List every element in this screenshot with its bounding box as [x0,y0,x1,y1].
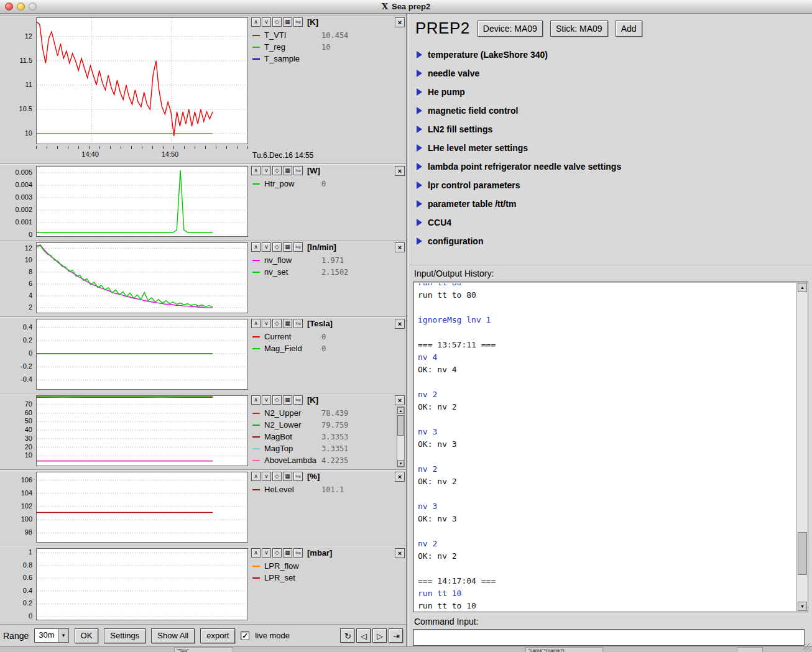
tree-item[interactable]: temperature (LakeShore 340) [417,45,812,64]
y-tick-label: 0.2 [23,336,32,344]
log-icon[interactable]: log [293,242,303,252]
log-icon[interactable]: log [293,166,303,175]
show-all-button[interactable]: Show All [151,628,195,643]
shift-down-icon[interactable]: ∨ [262,166,271,175]
plot-row-lpr: 10.80.60.40.20 ∧∨◇▦log [mbar] × LPR_flow… [0,546,406,624]
export-button[interactable]: export [200,628,235,643]
shift-up-icon[interactable]: ∧ [251,472,261,481]
zoom-icon[interactable]: ◇ [272,319,282,328]
plot-unit-label: [W] [307,166,320,175]
expand-triangle-icon[interactable] [417,144,422,152]
shift-up-icon[interactable]: ∧ [251,548,261,558]
scrollbar-thumb[interactable] [397,415,404,436]
scrollbar-thumb[interactable] [798,532,807,575]
grid-icon[interactable]: ▦ [283,548,292,558]
shift-down-icon[interactable]: ∨ [262,242,271,252]
plot-canvas[interactable] [36,472,248,543]
legend-scrollbar[interactable]: ▲▼ [397,406,405,467]
scroll-down-icon[interactable]: ▼ [798,602,807,611]
scroll-up-icon[interactable]: ▲ [798,283,807,292]
close-icon[interactable]: × [395,395,405,405]
zoom-icon[interactable]: ◇ [272,242,282,252]
log-icon[interactable]: log [293,395,303,405]
plot-canvas[interactable] [36,548,248,620]
plot-y-axis: 0.40.20-0.2-0.4 [0,319,35,388]
grid-icon[interactable]: ▦ [283,472,292,481]
prev-button[interactable]: ◁ [356,628,371,643]
tree-item[interactable]: LN2 fill settings [417,120,812,139]
close-icon[interactable]: × [395,17,405,27]
expand-triangle-icon[interactable] [417,70,422,77]
shift-up-icon[interactable]: ∧ [251,319,261,328]
expand-triangle-icon[interactable] [417,163,422,170]
log-icon[interactable]: log [293,17,303,27]
expand-triangle-icon[interactable] [417,181,422,189]
zoom-icon[interactable]: ◇ [272,17,282,27]
log-icon[interactable]: log [293,319,303,328]
tree-item[interactable]: He pump [417,83,812,101]
grid-icon[interactable]: ▦ [283,17,292,27]
log-icon[interactable]: log [293,472,303,481]
zoom-icon[interactable]: ◇ [272,395,282,405]
close-icon[interactable]: × [395,242,405,252]
shift-up-icon[interactable]: ∧ [251,166,261,175]
add-button[interactable]: Add [616,21,642,37]
plot-canvas[interactable] [36,166,248,237]
shift-down-icon[interactable]: ∨ [262,472,271,481]
chevron-down-icon[interactable]: ▾ [58,629,68,642]
zoom-icon[interactable]: ◇ [272,548,282,558]
range-select[interactable]: 30m ▾ [34,628,68,643]
grid-icon[interactable]: ▦ [283,242,292,252]
tree-item[interactable]: CCU4 [417,213,812,232]
expand-triangle-icon[interactable] [417,126,422,133]
shift-up-icon[interactable]: ∧ [251,17,261,27]
command-input[interactable] [413,629,805,646]
plot-canvas[interactable] [36,395,248,466]
grid-icon[interactable]: ▦ [283,395,292,405]
ok-button[interactable]: OK [75,628,99,643]
plot-canvas[interactable] [36,17,248,144]
plot-canvas[interactable] [36,319,248,390]
close-icon[interactable]: × [395,472,405,482]
end-button[interactable]: ⇥ [389,628,403,643]
live-mode-checkbox[interactable]: ✓ [241,631,249,640]
tree-item[interactable]: configuration [417,232,812,250]
expand-triangle-icon[interactable] [417,51,422,58]
close-icon[interactable]: × [395,548,405,558]
expand-triangle-icon[interactable] [417,237,422,245]
close-icon[interactable]: × [395,319,405,329]
shift-up-icon[interactable]: ∧ [251,242,261,252]
zoom-icon[interactable]: ◇ [272,166,282,175]
zoom-icon[interactable]: ◇ [272,472,282,481]
shift-down-icon[interactable]: ∨ [262,17,271,27]
tree-item[interactable]: LHe level meter settings [417,139,812,157]
device-button[interactable]: Device: MA09 [478,21,543,37]
settings-button[interactable]: Settings [104,628,145,643]
scroll-up-icon[interactable]: ▲ [397,407,404,414]
grid-icon[interactable]: ▦ [283,166,292,175]
tree-item[interactable]: magnetic field control [417,101,812,120]
next-button[interactable]: ▷ [372,628,387,643]
expand-triangle-icon[interactable] [417,200,422,208]
reload-button[interactable]: ↻ [340,628,354,643]
shift-down-icon[interactable]: ∨ [262,395,271,405]
shift-down-icon[interactable]: ∨ [262,319,271,328]
scroll-down-icon[interactable]: ▼ [397,460,404,467]
tree-item[interactable]: needle valve [417,64,812,83]
shift-down-icon[interactable]: ∨ [262,548,271,558]
io-history-box[interactable]: run tt 80run tt to 80ignoreMsg lnv 1=== … [413,282,808,612]
expand-triangle-icon[interactable] [417,219,422,226]
expand-triangle-icon[interactable] [417,88,422,96]
expand-triangle-icon[interactable] [417,107,422,114]
plot-canvas[interactable] [36,242,248,313]
log-icon[interactable]: log [293,548,303,558]
resize-grip[interactable] [803,643,811,651]
tree-item[interactable]: lambda point refrigerator needle valve s… [417,157,812,176]
grid-icon[interactable]: ▦ [283,319,292,328]
history-scrollbar[interactable]: ▲ ▼ [796,283,807,611]
close-icon[interactable]: × [395,166,405,176]
tree-item[interactable]: parameter table /tt/tm [417,195,812,213]
tree-item[interactable]: lpr control parameters [417,176,812,195]
shift-up-icon[interactable]: ∧ [251,395,261,405]
stick-button[interactable]: Stick: MA09 [550,21,608,37]
